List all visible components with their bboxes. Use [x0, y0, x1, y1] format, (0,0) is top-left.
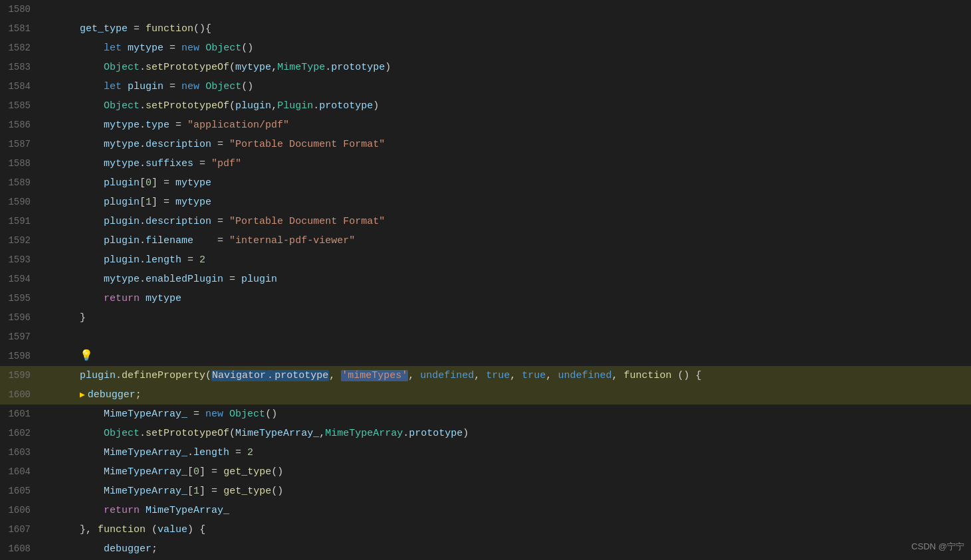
code-editor: 1580 1581 get_type = function(){ 1582 le…: [0, 0, 971, 560]
watermark: CSDN @宁宁: [911, 537, 964, 556]
code-line-1596: 1596 }: [0, 308, 971, 327]
